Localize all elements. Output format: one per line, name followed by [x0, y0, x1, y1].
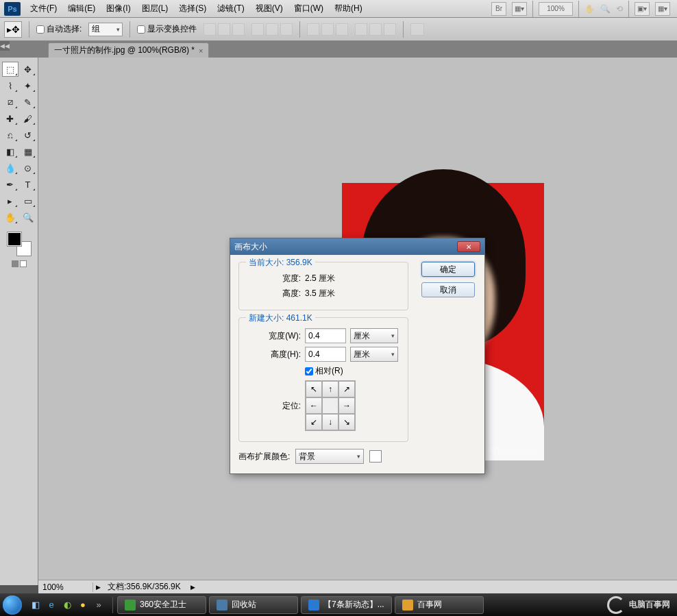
width-input[interactable]: [305, 328, 346, 343]
distribute-buttons-1: [307, 23, 348, 36]
screen-mode-button[interactable]: ▣▾: [635, 2, 650, 16]
lasso-tool[interactable]: ⌇: [2, 78, 19, 93]
magic-wand-tool[interactable]: ✦: [20, 78, 36, 93]
anchor-nw[interactable]: ↖: [306, 381, 322, 397]
ql-icon-4[interactable]: ●: [76, 597, 90, 613]
menu-view[interactable]: 视图(V): [250, 0, 288, 17]
auto-select-checkbox[interactable]: 自动选择:: [36, 23, 82, 35]
menu-file[interactable]: 文件(F): [25, 0, 62, 17]
show-transform-checkbox[interactable]: 显示变换控件: [137, 23, 197, 35]
ql-expand-icon[interactable]: »: [92, 597, 106, 613]
task-360[interactable]: 360安全卫士: [117, 596, 206, 614]
stamp-tool[interactable]: ⎌: [2, 127, 19, 143]
eraser-tool[interactable]: ◧: [2, 144, 19, 159]
auto-select-target[interactable]: 组: [88, 23, 123, 36]
quick-launch: ◧ e ◐ ● »: [25, 597, 110, 613]
bridge-button[interactable]: Br: [491, 2, 506, 16]
distribute-buttons-2: [355, 23, 396, 36]
ql-ie-icon[interactable]: e: [45, 597, 58, 613]
status-docinfo: 文档:356.9K/356.9K: [101, 581, 188, 593]
extension-color-label: 画布扩展颜色:: [238, 451, 290, 463]
menu-image[interactable]: 图像(I): [101, 0, 136, 17]
height-unit-select[interactable]: 厘米: [350, 347, 398, 362]
document-tab-strip: ◀◀ 一寸照片的制作.jpg @ 100%(RGB/8) * ×: [0, 41, 677, 58]
dodge-tool[interactable]: ⊙: [20, 160, 36, 175]
film-button[interactable]: ▦▾: [512, 2, 527, 16]
ok-button[interactable]: 确定: [421, 262, 475, 277]
eyedropper-tool[interactable]: ✎: [20, 95, 36, 110]
zoom-icon[interactable]: 🔍: [600, 4, 611, 14]
menu-edit[interactable]: 编辑(E): [62, 0, 101, 17]
ql-icon-1[interactable]: ◧: [29, 597, 42, 613]
menu-select[interactable]: 选择(S): [173, 0, 212, 17]
site-watermark: 电脑百事网: [607, 596, 677, 614]
task-pconline[interactable]: 百事网: [395, 596, 484, 614]
crop-tool[interactable]: ⧄: [2, 95, 19, 110]
close-tab-icon[interactable]: ×: [199, 47, 203, 55]
rotate-icon[interactable]: ⟲: [616, 4, 623, 14]
auto-align-button[interactable]: [410, 23, 424, 36]
anchor-w[interactable]: ←: [306, 397, 322, 414]
type-tool[interactable]: T: [20, 177, 36, 192]
hand-icon[interactable]: ✋: [584, 4, 595, 14]
pen-tool[interactable]: ✒: [2, 177, 19, 192]
task-ie[interactable]: 【7条新动态】...: [301, 596, 392, 614]
document-tab[interactable]: 一寸照片的制作.jpg @ 100%(RGB/8) * ×: [48, 42, 209, 58]
canvas-area: Adobe Photoshop 画布大小 ✕ 确定 取消 当前大小: 356.9…: [38, 58, 677, 585]
anchor-center[interactable]: [322, 397, 338, 414]
hand-tool[interactable]: ✋: [2, 210, 19, 225]
relative-checkbox[interactable]: 相对(R): [305, 365, 343, 377]
anchor-grid[interactable]: ↖ ↑ ↗ ← → ↙ ↓ ↘: [305, 380, 356, 431]
collapse-panels-icon[interactable]: ◀◀: [0, 41, 10, 51]
status-zoom[interactable]: 100%: [38, 582, 93, 592]
align-top[interactable]: [204, 23, 216, 36]
start-button[interactable]: [0, 593, 25, 616]
status-menu-icon[interactable]: ▶: [96, 584, 101, 591]
workspace-button[interactable]: ▦▾: [655, 2, 670, 16]
dialog-close-button[interactable]: ✕: [457, 241, 480, 252]
extension-color-swatch[interactable]: [369, 450, 382, 463]
height-input[interactable]: [305, 347, 346, 362]
history-brush-tool[interactable]: ↺: [20, 127, 36, 143]
ql-icon-3[interactable]: ◐: [60, 597, 74, 613]
status-bar: 100% ▶ 文档:356.9K/356.9K ▶: [38, 580, 677, 593]
task-recycle-bin[interactable]: 回收站: [209, 596, 298, 614]
document-tab-title: 一寸照片的制作.jpg @ 100%(RGB/8) *: [54, 45, 195, 56]
move-tool-icon[interactable]: ▸✥: [4, 21, 22, 38]
menu-filter[interactable]: 滤镜(T): [212, 0, 249, 17]
dialog-titlebar[interactable]: 画布大小 ✕: [230, 238, 484, 255]
menu-bar: Ps 文件(F) 编辑(E) 图像(I) 图层(L) 选择(S) 滤镜(T) 视…: [0, 0, 677, 18]
status-info-menu-icon[interactable]: ▶: [190, 584, 195, 591]
move-tool[interactable]: ✥: [20, 62, 36, 77]
anchor-e[interactable]: →: [338, 397, 355, 414]
color-swatches[interactable]: [7, 232, 32, 256]
anchor-se[interactable]: ↘: [338, 414, 355, 430]
menu-layer[interactable]: 图层(L): [136, 0, 174, 17]
gradient-tool[interactable]: ▦: [20, 144, 36, 159]
anchor-s[interactable]: ↓: [322, 414, 338, 430]
foreground-color-swatch[interactable]: [7, 232, 22, 247]
brush-tool[interactable]: 🖌: [20, 111, 36, 126]
quick-mask-toggle[interactable]: [12, 260, 27, 267]
menu-help[interactable]: 帮助(H): [329, 0, 368, 17]
path-select-tool[interactable]: ▸: [2, 193, 19, 208]
canvas-size-dialog: 画布大小 ✕ 确定 取消 当前大小: 356.9K 宽度:2.5 厘米 高度:3…: [230, 238, 485, 474]
shape-tool[interactable]: ▭: [20, 193, 36, 208]
align-buttons-1: [204, 23, 245, 36]
anchor-n[interactable]: ↑: [322, 381, 338, 397]
align-buttons-2: [251, 23, 293, 36]
zoom-tool[interactable]: 🔍: [20, 210, 36, 225]
windows-taskbar: ◧ e ◐ ● » 360安全卫士 回收站 【7条新动态】... 百事网 电脑百…: [0, 593, 677, 616]
cancel-button[interactable]: 取消: [421, 282, 475, 297]
extension-color-select[interactable]: 背景: [295, 449, 364, 464]
current-size-legend: 当前大小: 356.9K: [246, 257, 315, 269]
menu-window[interactable]: 窗口(W): [288, 0, 329, 17]
options-bar: ▸✥ 自动选择: 组 显示变换控件: [0, 18, 677, 41]
blur-tool[interactable]: 💧: [2, 160, 19, 175]
anchor-ne[interactable]: ↗: [338, 381, 355, 397]
width-unit-select[interactable]: 厘米: [350, 328, 398, 343]
marquee-tool[interactable]: ⬚: [2, 62, 19, 77]
heal-tool[interactable]: ✚: [2, 111, 19, 126]
anchor-sw[interactable]: ↙: [306, 414, 322, 430]
zoom-level[interactable]: 100%: [539, 2, 573, 16]
